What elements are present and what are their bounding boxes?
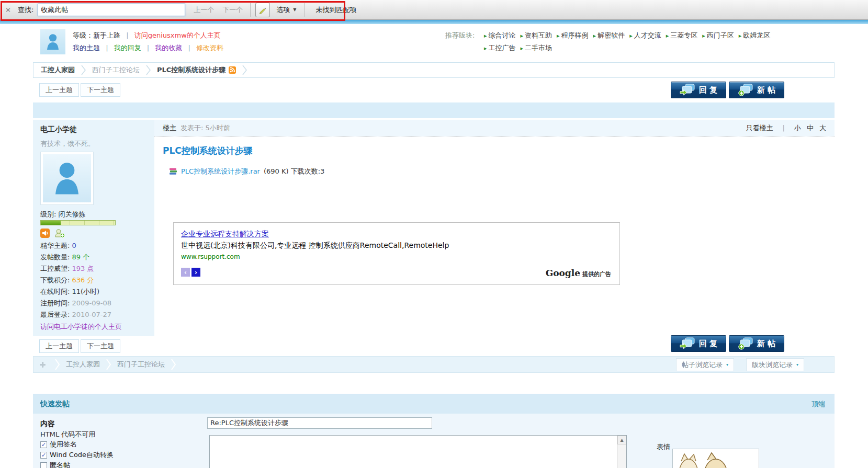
my-favorites-link[interactable]: 我的收藏 <box>155 44 182 52</box>
reply-button-label: 回 复 <box>699 339 717 349</box>
back-to-top-link[interactable]: 顶端 <box>811 399 825 409</box>
only-op-link[interactable]: 只看楼主 <box>746 123 773 133</box>
scroll-up-icon[interactable]: ▲ <box>617 436 626 444</box>
find-options-label: 选项 <box>276 5 290 15</box>
my-topics-link[interactable]: 我的主题 <box>73 44 100 52</box>
separator: | <box>126 31 128 39</box>
message-textarea[interactable]: ▲ <box>209 435 627 468</box>
ad-title-link[interactable]: 企业专业远程支持解决方案 <box>181 230 269 239</box>
next-topic-button[interactable]: 下一主题 <box>81 339 120 353</box>
stat-value: 2009-09-08 <box>72 299 111 307</box>
attachment-row: PLC控制系统设计步骤.rar (690 K) 下载次数:3 <box>169 167 324 176</box>
ad-attribution: Google 提供的广告 <box>546 268 611 278</box>
stat-row: 注册时间:2009-09-08 <box>40 298 111 309</box>
forum-link[interactable]: 西门子区 <box>702 31 734 40</box>
post-title: PLC控制系统设计步骤 <box>163 145 253 157</box>
checkbox-label: 匿名帖 <box>50 461 70 468</box>
stat-row: 下载积分:636 分 <box>40 275 111 286</box>
new-post-button[interactable]: 新 帖 <box>729 335 784 352</box>
highlight-all-button[interactable] <box>255 3 270 17</box>
find-next-button[interactable]: 下一个 <box>222 5 243 15</box>
emoticon-icon[interactable] <box>677 452 700 468</box>
breadcrumb-home[interactable]: 工控人家园 <box>41 65 75 75</box>
anonymous-checkbox[interactable] <box>40 462 47 468</box>
post-main: 楼主 发表于: 5小时前 只看楼主 | 小 中 大 PLC控制系统设计步骤 PL… <box>154 120 835 336</box>
forum-history-dropdown[interactable]: 版块浏览记录 ▾ <box>746 358 804 371</box>
ad-nav: ‹ › <box>181 268 200 277</box>
new-post-button[interactable]: 新 帖 <box>729 82 784 98</box>
prev-topic-button[interactable]: 上一主题 <box>39 83 79 97</box>
announce-icon[interactable] <box>40 229 50 239</box>
next-topic-button[interactable]: 下一主题 <box>81 83 120 97</box>
breadcrumb-forum[interactable]: 西门子工控论坛 <box>92 65 140 75</box>
find-close-icon[interactable]: × <box>5 6 11 14</box>
subject-input[interactable] <box>207 417 432 429</box>
forum-link[interactable]: 资料互助 <box>521 31 553 40</box>
find-label: 查找: <box>18 5 33 15</box>
font-size-medium[interactable]: 中 <box>807 123 814 133</box>
content-label: 内容 <box>40 419 55 429</box>
post-time: 发表于: 5小时前 <box>181 123 230 133</box>
forum-link[interactable]: 工控广告 <box>484 43 516 53</box>
author-sidebar: 电工小学徒 有技术，饿不死。 级别: 闭关修炼 <box>33 120 154 336</box>
chevron-separator-icon <box>106 358 111 371</box>
stat-value: 89 个 <box>72 253 89 261</box>
forum-history-label: 版块浏览记录 <box>752 360 793 370</box>
stat-row: 最后登录:2010-07-27 <box>40 309 111 321</box>
person-icon <box>44 155 90 201</box>
stat-row: 精华主题:0 <box>40 240 111 252</box>
stat-label: 下载积分: <box>40 276 70 284</box>
stat-value: 0 <box>72 242 76 249</box>
edit-profile-link[interactable]: 修改资料 <box>196 44 223 52</box>
use-signature-checkbox[interactable]: ✓ <box>40 441 47 448</box>
stat-value: 636 分 <box>72 276 94 284</box>
breadcrumb: 工控人家园 西门子工控论坛 PLC控制系统设计步骤 <box>33 62 835 78</box>
my-replies-link[interactable]: 我的回复 <box>114 44 141 52</box>
author-avatar[interactable] <box>40 152 94 205</box>
forum-link[interactable]: 二手市场 <box>521 43 553 53</box>
breadcrumb-forum[interactable]: 西门子工控论坛 <box>117 360 165 369</box>
rss-icon[interactable] <box>229 66 236 74</box>
font-size-small[interactable]: 小 <box>794 123 801 133</box>
post-history-label: 帖子浏览记录 <box>682 360 723 370</box>
emoticon-icon[interactable] <box>702 452 729 468</box>
attachment-link[interactable]: PLC控制系统设计步骤.rar <box>181 167 260 176</box>
user-links-row: 我的主题 | 我的回复 | 我的收藏 | 修改资料 <box>73 43 223 53</box>
post-history-dropdown[interactable]: 帖子浏览记录 ▾ <box>676 358 734 371</box>
author-name[interactable]: 电工小学徒 <box>40 125 77 134</box>
ad-url: www.rsupport.com <box>181 253 240 260</box>
separator: | <box>783 124 785 132</box>
ad-attribution-text: 提供的广告 <box>582 270 611 278</box>
user-avatar[interactable] <box>40 29 65 54</box>
ad-next-button[interactable]: › <box>191 268 200 277</box>
author-profile-link[interactable]: 访问电工小学徒的个人主页 <box>40 322 122 332</box>
breadcrumb-topic: PLC控制系统设计步骤 <box>157 65 226 75</box>
forum-link[interactable]: 综合讨论 <box>484 31 516 40</box>
find-prev-button[interactable]: 上一个 <box>194 5 214 15</box>
expand-plus-icon[interactable] <box>39 361 47 369</box>
prev-topic-button[interactable]: 上一主题 <box>39 339 79 353</box>
forum-link[interactable]: 欧姆龙区 <box>739 31 771 40</box>
textarea-scrollbar[interactable]: ▲ <box>617 436 626 468</box>
reply-button[interactable]: 回 复 <box>671 82 726 98</box>
reply-button[interactable]: 回 复 <box>671 335 726 352</box>
font-size-large[interactable]: 大 <box>819 123 826 133</box>
checkbox-label: 使用签名 <box>50 440 77 449</box>
reply-bubble-icon <box>680 337 695 350</box>
wind-code-checkbox[interactable]: ✓ <box>40 452 47 459</box>
chevron-down-icon: ▼ <box>293 7 296 12</box>
new-post-bubble-icon <box>738 84 753 96</box>
forum-link[interactable]: 三菱专区 <box>666 31 698 40</box>
forum-link[interactable]: 程序样例 <box>557 31 589 40</box>
find-options-button[interactable]: 选项 ▼ <box>273 3 299 17</box>
quick-post-form: 内容 HTML 代码不可用 ✓ 使用签名 ✓ Wind Code自动转换 匿名帖… <box>33 414 835 468</box>
breadcrumb-home[interactable]: 工控人家园 <box>66 360 100 369</box>
visit-profile-link[interactable]: 访问geniusxmw的个人主页 <box>134 31 221 39</box>
floor-label[interactable]: 楼主 <box>163 123 176 133</box>
forum-link[interactable]: 人才交流 <box>629 31 661 40</box>
forum-link[interactable]: 解密软件 <box>593 31 625 40</box>
stat-value: 193 点 <box>72 265 94 272</box>
find-input[interactable] <box>38 4 185 16</box>
ad-prev-button[interactable]: ‹ <box>181 268 190 277</box>
add-friend-icon[interactable] <box>54 229 65 239</box>
